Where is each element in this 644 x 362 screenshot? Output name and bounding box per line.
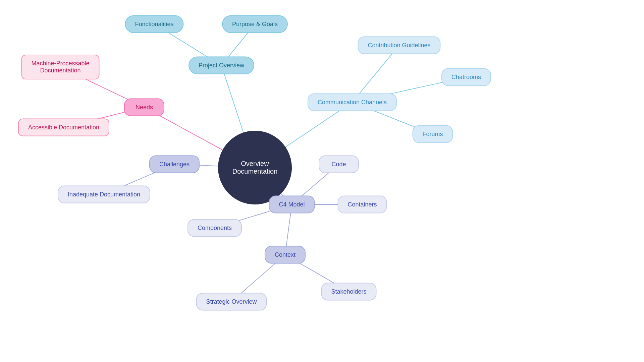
challenges-node[interactable]: Challenges — [149, 156, 200, 173]
functionalities-node[interactable]: Functionalities — [125, 15, 183, 33]
needs-node[interactable]: Needs — [124, 99, 164, 116]
code-node[interactable]: Code — [319, 156, 359, 173]
center-node[interactable]: Overview Documentation — [218, 131, 292, 204]
inadequate-doc-node[interactable]: Inadequate Documentation — [58, 186, 150, 203]
accessible-doc-node[interactable]: Accessible Documentation — [18, 119, 109, 136]
strategic-overview-node[interactable]: Strategic Overview — [196, 293, 267, 311]
c4-model-node[interactable]: C4 Model — [269, 196, 315, 214]
project-overview-node[interactable]: Project Overview — [189, 57, 254, 74]
comm-channels-node[interactable]: Communication Channels — [308, 94, 397, 111]
forums-node[interactable]: Forums — [412, 125, 453, 143]
center-label: Overview Documentation — [218, 160, 292, 175]
components-node[interactable]: Components — [187, 219, 242, 237]
context-node[interactable]: Context — [265, 246, 306, 264]
containers-node[interactable]: Containers — [337, 196, 387, 214]
stakeholders-node[interactable]: Stakeholders — [321, 283, 376, 301]
chatrooms-node[interactable]: Chatrooms — [441, 68, 491, 86]
machine-doc-node[interactable]: Machine-ProcessableDocumentation — [21, 55, 99, 79]
contribution-node[interactable]: Contribution Guidelines — [358, 37, 440, 54]
purpose-goals-node[interactable]: Purpose & Goals — [222, 15, 288, 33]
